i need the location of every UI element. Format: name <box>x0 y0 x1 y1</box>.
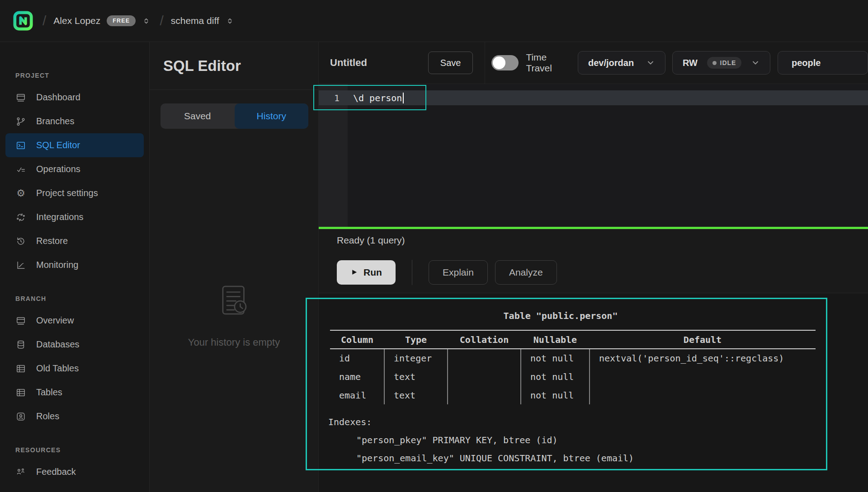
result-col-header-default: Default <box>590 330 816 349</box>
sidebar-item-operations[interactable]: Operations <box>0 157 149 181</box>
explain-button[interactable]: Explain <box>429 260 488 285</box>
query-actions-bar: Run Explain Analyze <box>319 252 868 293</box>
sidebar-item-integrations[interactable]: Integrations <box>0 205 149 229</box>
editor-toolbar: Untitled Save Time Travel dev/jordan RW … <box>319 42 868 84</box>
editor-gutter <box>319 84 348 227</box>
compute-status-text: IDLE <box>720 59 736 66</box>
sidebar-section-branch: BRANCH Overview Databases Old Tables <box>0 295 149 428</box>
index-line: "person_pkey" PRIMARY KEY, btree (id) <box>356 435 827 445</box>
empty-state-text: Your history is empty <box>188 337 280 348</box>
sidebar-item-label: Databases <box>36 339 80 350</box>
sidebar-item-tables[interactable]: Tables <box>0 380 149 404</box>
cell-collation <box>448 349 521 367</box>
sidebar-item-databases[interactable]: Databases <box>0 333 149 356</box>
result-row: email text not null <box>330 386 816 404</box>
status-text: Ready (1 query) <box>337 235 405 246</box>
sidebar: PROJECT Dashboard Branches SQL Editor <box>0 42 149 492</box>
query-status-bar: Ready (1 query) <box>319 229 868 252</box>
cell-default <box>590 386 816 404</box>
sidebar-item-project-settings[interactable]: ⚙ Project settings <box>0 181 149 205</box>
breadcrumb-project[interactable]: schema diff <box>171 15 219 26</box>
result-table-title: Table "public.person" <box>306 310 816 321</box>
section-label: PROJECT <box>15 72 149 79</box>
sql-terminal-icon <box>15 140 26 151</box>
breadcrumb-user[interactable]: Alex Lopez <box>53 15 100 26</box>
sidebar-item-roles[interactable]: Roles <box>0 404 149 428</box>
sidebar-item-label: Monitoring <box>36 260 78 270</box>
sidebar-item-dashboard[interactable]: Dashboard <box>0 85 149 109</box>
sidebar-item-label: Branches <box>36 116 75 127</box>
table-grid-icon <box>15 363 26 374</box>
time-travel-label: Time Travel <box>526 52 568 74</box>
window-icon <box>15 315 26 326</box>
line-number: 1 <box>319 93 348 103</box>
project-switcher-chevron-icon[interactable] <box>226 17 234 25</box>
cell-column: id <box>330 349 384 367</box>
query-title[interactable]: Untitled <box>330 57 428 69</box>
cell-nullable: not null <box>521 367 590 386</box>
sidebar-item-label: Tables <box>36 387 62 398</box>
cell-column: name <box>330 367 384 386</box>
plan-badge: FREE <box>107 15 136 26</box>
sidebar-item-monitoring[interactable]: Monitoring <box>0 253 149 277</box>
sidebar-item-feedback[interactable]: Feedback <box>0 460 149 484</box>
check-list-icon <box>15 164 26 175</box>
section-label: RESOURCES <box>15 446 149 454</box>
section-label: BRANCH <box>15 295 149 302</box>
sidebar-item-branches[interactable]: Branches <box>0 109 149 133</box>
cell-default <box>590 367 816 386</box>
query-list-panel: SQL Editor Saved History Your history is… <box>149 42 319 492</box>
result-row: id integer not null nextval('person_id_s… <box>330 349 816 367</box>
sidebar-item-label: Operations <box>36 164 80 174</box>
analyze-button[interactable]: Analyze <box>495 260 557 285</box>
sidebar-item-label: Roles <box>36 411 59 422</box>
toggle-knob <box>493 56 505 69</box>
indexes-label: Indexes: <box>328 417 827 427</box>
people-icon <box>15 467 26 478</box>
cell-type: integer <box>384 349 448 367</box>
database-selector-value: people <box>792 58 821 68</box>
page-title: SQL Editor <box>163 57 241 75</box>
status-dot-icon <box>712 61 717 65</box>
sidebar-item-label: Restore <box>36 236 68 246</box>
index-line: "person_email_key" UNIQUE CONSTRAINT, bt… <box>356 453 827 464</box>
sidebar-item-label: Feedback <box>36 467 76 477</box>
sidebar-item-label: Project settings <box>36 188 98 198</box>
save-button[interactable]: Save <box>428 52 473 74</box>
neon-console-window: / Alex Lopez FREE / schema diff PROJECT … <box>0 0 868 492</box>
compute-selector[interactable]: RW IDLE <box>672 51 770 75</box>
cell-type: text <box>384 367 448 386</box>
integrations-icon <box>15 212 26 223</box>
time-travel-toggle[interactable] <box>491 55 519 70</box>
sidebar-item-label: Old Tables <box>36 363 79 374</box>
sql-code-editor[interactable]: 1 \d person <box>319 84 868 227</box>
result-table: Column Type Collation Nullable Default i… <box>330 330 816 404</box>
breadcrumb-slash: / <box>160 13 163 28</box>
run-button[interactable]: Run <box>337 260 396 285</box>
history-clock-icon <box>15 236 26 247</box>
cell-column: email <box>330 386 384 404</box>
top-bar: / Alex Lopez FREE / schema diff <box>0 0 868 42</box>
org-switcher-chevron-icon[interactable] <box>142 17 151 25</box>
cell-type: text <box>384 386 448 404</box>
tab-saved[interactable]: Saved <box>160 103 235 129</box>
sidebar-item-overview[interactable]: Overview <box>0 309 149 333</box>
chevron-down-icon <box>646 58 655 67</box>
table-grid-icon <box>15 387 26 398</box>
neon-logo[interactable] <box>13 10 33 31</box>
document-clock-icon <box>215 282 254 321</box>
compute-status-badge: IDLE <box>707 57 742 69</box>
sidebar-item-sql-editor[interactable]: SQL Editor <box>5 133 144 157</box>
window-icon <box>15 92 26 103</box>
sidebar-item-restore[interactable]: Restore <box>0 229 149 253</box>
database-selector[interactable]: people <box>778 51 868 75</box>
branch-selector[interactable]: dev/jordan <box>578 51 665 75</box>
tab-history[interactable]: History <box>235 103 309 129</box>
sidebar-item-label: Dashboard <box>36 92 80 103</box>
breadcrumb-slash: / <box>42 13 46 28</box>
history-empty-state: Your history is empty <box>150 282 318 348</box>
sidebar-item-old-tables[interactable]: Old Tables <box>0 356 149 380</box>
actions-divider <box>412 260 412 285</box>
cell-collation <box>448 367 521 386</box>
user-badge-icon <box>15 411 26 422</box>
